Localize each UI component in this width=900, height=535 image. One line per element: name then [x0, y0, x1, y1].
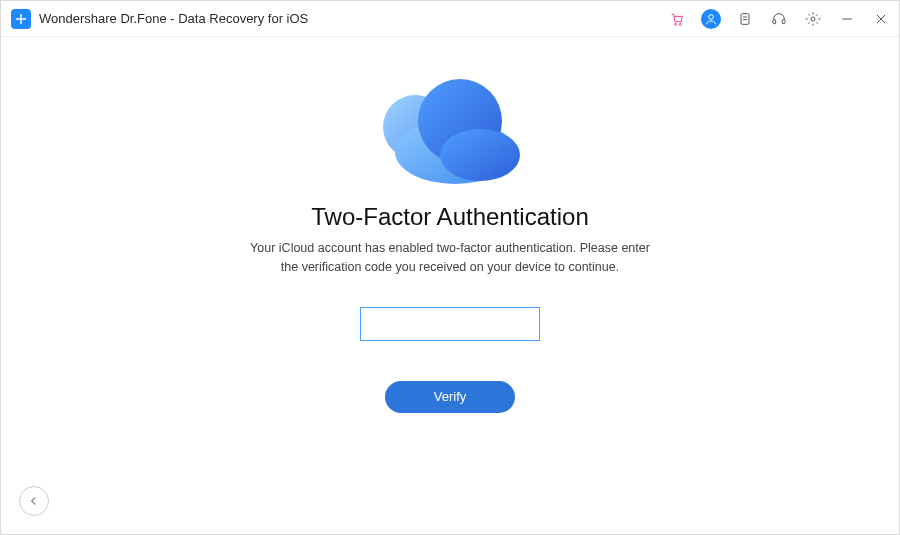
cloud-icon — [360, 67, 540, 187]
svg-point-2 — [709, 14, 714, 19]
account-icon[interactable] — [701, 9, 721, 29]
headset-icon[interactable] — [769, 9, 789, 29]
verification-code-input[interactable] — [360, 307, 540, 341]
titlebar: Wondershare Dr.Fone - Data Recovery for … — [1, 1, 899, 37]
page-subtext: Your iCloud account has enabled two-fact… — [240, 239, 660, 277]
svg-point-10 — [440, 129, 520, 181]
app-window: Wondershare Dr.Fone - Data Recovery for … — [0, 0, 900, 535]
main-content: Two-Factor Authentication Your iCloud ac… — [1, 37, 899, 534]
cart-icon[interactable] — [667, 9, 687, 29]
svg-point-1 — [679, 23, 681, 25]
app-logo-icon — [11, 9, 31, 29]
svg-point-6 — [811, 17, 815, 21]
back-button[interactable] — [19, 486, 49, 516]
close-button[interactable] — [871, 9, 891, 29]
page-heading: Two-Factor Authentication — [311, 203, 588, 231]
svg-rect-3 — [741, 13, 749, 24]
window-title: Wondershare Dr.Fone - Data Recovery for … — [39, 11, 308, 26]
gear-icon[interactable] — [803, 9, 823, 29]
clipboard-icon[interactable] — [735, 9, 755, 29]
svg-point-0 — [675, 23, 677, 25]
svg-rect-5 — [782, 19, 785, 23]
minimize-button[interactable] — [837, 9, 857, 29]
svg-rect-4 — [773, 19, 776, 23]
verify-button[interactable]: Verify — [385, 381, 515, 413]
titlebar-actions — [667, 9, 891, 29]
